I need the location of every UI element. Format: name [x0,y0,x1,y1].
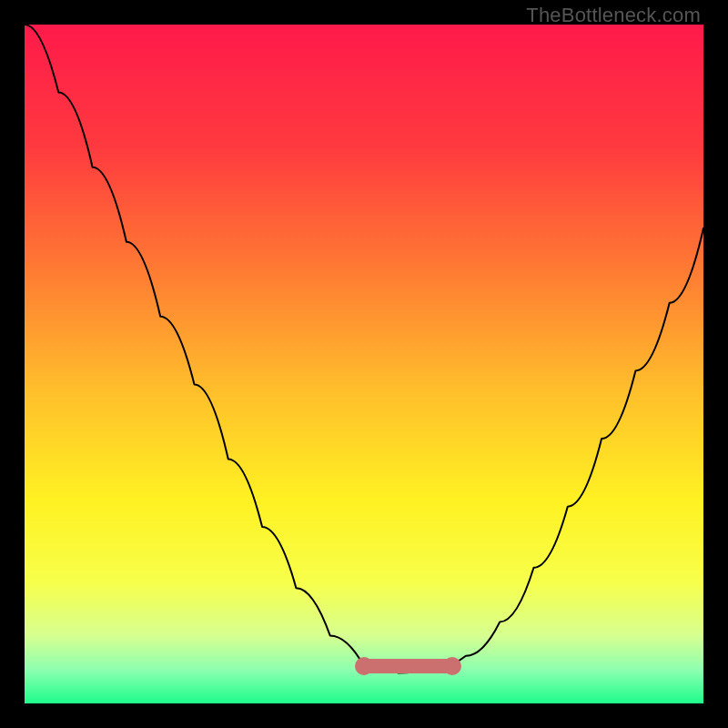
bottleneck-curve [25,25,703,703]
watermark-text: TheBottleneck.com [526,4,701,27]
plot-area [25,25,703,703]
